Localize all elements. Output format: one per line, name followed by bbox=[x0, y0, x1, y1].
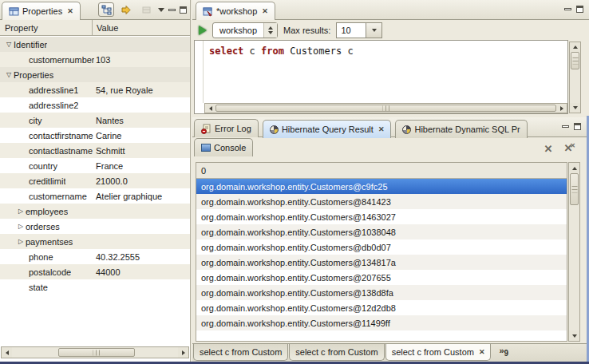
property-value[interactable]: Nantes bbox=[94, 116, 190, 125]
show-categories-button[interactable] bbox=[98, 2, 114, 17]
maximize-icon[interactable] bbox=[574, 123, 581, 130]
property-row[interactable]: state bbox=[0, 279, 190, 295]
property-row[interactable]: countryFrance bbox=[0, 158, 190, 173]
property-row[interactable]: contactfirstnameCarine bbox=[0, 128, 190, 143]
result-row[interactable]: org.domain.workshop.entity.Customers@12d… bbox=[196, 300, 567, 315]
tab-overflow-chevron[interactable]: »9 bbox=[491, 344, 512, 358]
property-row[interactable]: addressline154, rue Royale bbox=[0, 82, 190, 97]
property-row[interactable]: contactlastnameSchmitt bbox=[0, 143, 190, 158]
scroll-up-icon[interactable] bbox=[569, 163, 579, 173]
property-row[interactable]: ▷employees bbox=[0, 204, 190, 219]
minimize-icon[interactable] bbox=[562, 125, 569, 128]
results-column-header[interactable]: 0 bbox=[196, 163, 567, 179]
scrollbar-thumb[interactable] bbox=[570, 173, 579, 205]
scroll-down-icon[interactable] bbox=[569, 330, 579, 341]
property-row[interactable]: ▽Identifier bbox=[0, 37, 190, 52]
view-menu-icon[interactable] bbox=[158, 8, 164, 12]
property-value[interactable]: France bbox=[94, 161, 190, 171]
property-value[interactable]: 54, rue Royale bbox=[94, 85, 190, 95]
hql-toolbar: workshop Max results: 10 bbox=[192, 20, 589, 40]
column-header-value[interactable]: Value bbox=[92, 20, 190, 35]
property-row[interactable]: postalcode44000 bbox=[0, 264, 190, 279]
scroll-right-icon[interactable] bbox=[178, 347, 188, 358]
editor-horizontal-scrollbar[interactable] bbox=[204, 103, 567, 113]
property-row[interactable]: ▽Properties bbox=[0, 67, 190, 82]
collapsed-arrow-icon[interactable]: ▷ bbox=[16, 238, 26, 245]
close-icon[interactable]: ✕ bbox=[377, 125, 385, 133]
result-row[interactable]: org.domain.workshop.entity.Customers@841… bbox=[196, 194, 567, 209]
query-page-tab[interactable]: select c from Custom bbox=[193, 344, 288, 361]
hql-editor-icon bbox=[203, 6, 213, 17]
column-header-property[interactable]: Property bbox=[0, 23, 92, 33]
tab-hibernate-query-result[interactable]: Hibernate Query Result ✕ bbox=[263, 120, 392, 138]
editor-minmax bbox=[564, 6, 583, 13]
hibernate-icon bbox=[402, 125, 411, 134]
scroll-left-icon[interactable] bbox=[205, 104, 215, 113]
properties-horizontal-scrollbar[interactable] bbox=[1, 346, 189, 358]
maximize-icon[interactable] bbox=[576, 6, 583, 13]
result-row[interactable]: org.domain.workshop.entity.Customers@138… bbox=[196, 285, 567, 300]
property-row[interactable]: ▷paymentses bbox=[0, 234, 190, 249]
property-value[interactable]: Carine bbox=[94, 131, 190, 140]
scrollbar-thumb[interactable] bbox=[571, 52, 579, 69]
property-value[interactable]: Schmitt bbox=[94, 146, 190, 156]
editor-vertical-scrollbar[interactable] bbox=[569, 42, 581, 113]
show-advanced-properties-button[interactable] bbox=[118, 2, 134, 17]
property-value[interactable]: 40.32.2555 bbox=[94, 252, 190, 262]
property-value[interactable]: Atelier graphique bbox=[94, 192, 190, 201]
tab-error-log[interactable]: Error Log bbox=[194, 119, 259, 137]
result-row[interactable]: org.domain.workshop.entity.Customers@c9f… bbox=[196, 179, 567, 194]
tab-hibernate-dynamic-sql[interactable]: Hibernate Dynamic SQL Pr bbox=[395, 120, 527, 138]
expanded-arrow-icon[interactable]: ▽ bbox=[4, 71, 14, 78]
scroll-down-icon[interactable] bbox=[570, 103, 580, 113]
query-results-view: Error Log Hibernate Query Result ✕ Hiber… bbox=[192, 117, 587, 362]
property-row[interactable]: customernumber103 bbox=[0, 52, 190, 67]
spinner-icon[interactable] bbox=[263, 23, 277, 38]
result-row[interactable]: org.domain.workshop.entity.Customers@207… bbox=[196, 270, 567, 285]
collapsed-arrow-icon[interactable]: ▷ bbox=[16, 223, 26, 230]
expanded-arrow-icon[interactable]: ▽ bbox=[4, 41, 14, 48]
property-row[interactable]: cityNantes bbox=[0, 113, 190, 128]
remove-all-results-icon[interactable]: ✕✕ bbox=[563, 143, 575, 153]
restore-default-value-button[interactable] bbox=[138, 2, 154, 17]
run-query-icon[interactable] bbox=[199, 26, 207, 35]
property-row[interactable]: phone40.32.2555 bbox=[0, 249, 190, 264]
property-name: state bbox=[29, 283, 48, 292]
close-icon[interactable]: ✕ bbox=[477, 348, 485, 356]
minimize-icon[interactable] bbox=[564, 8, 571, 10]
minimize-icon[interactable] bbox=[168, 9, 176, 11]
tab-workshop-editor[interactable]: *workshop ✕ bbox=[196, 2, 275, 20]
property-value[interactable]: 44000 bbox=[94, 267, 190, 277]
property-row[interactable]: customernameAtelier graphique bbox=[0, 188, 190, 204]
max-results-dropdown-icon[interactable] bbox=[366, 22, 382, 38]
query-page-tab[interactable]: select c from Custom✕ bbox=[385, 344, 492, 361]
tab-console[interactable]: Console bbox=[194, 138, 253, 156]
tab-properties[interactable]: Properties ✕ bbox=[2, 2, 81, 20]
configuration-combo[interactable]: workshop bbox=[212, 22, 278, 38]
result-row[interactable]: org.domain.workshop.entity.Customers@134… bbox=[196, 255, 567, 270]
hql-code-editor[interactable]: select c from Customers c bbox=[194, 40, 568, 114]
close-icon[interactable]: ✕ bbox=[260, 7, 268, 15]
collapsed-arrow-icon[interactable]: ▷ bbox=[16, 208, 26, 215]
close-icon[interactable]: ✕ bbox=[65, 7, 73, 15]
result-row[interactable]: org.domain.workshop.entity.Customers@db0… bbox=[196, 239, 567, 255]
hql-query-text[interactable]: select c from Customers c bbox=[209, 46, 354, 57]
property-row[interactable]: ▷orderses bbox=[0, 219, 190, 234]
property-value[interactable]: 103 bbox=[94, 55, 190, 65]
max-results-input[interactable]: 10 bbox=[336, 22, 366, 38]
maximize-icon[interactable] bbox=[180, 6, 187, 14]
property-row[interactable]: addressline2 bbox=[0, 97, 190, 113]
property-row[interactable]: creditlimit21000.0 bbox=[0, 173, 190, 188]
scroll-right-icon[interactable] bbox=[556, 104, 567, 113]
property-value[interactable]: 21000.0 bbox=[94, 176, 190, 186]
scroll-left-icon[interactable] bbox=[2, 347, 12, 358]
result-row[interactable]: org.domain.workshop.entity.Customers@114… bbox=[196, 315, 567, 330]
scrollbar-thumb[interactable] bbox=[58, 348, 135, 357]
result-row[interactable]: org.domain.workshop.entity.Customers@146… bbox=[196, 209, 567, 224]
remove-result-icon[interactable]: ✕ bbox=[544, 144, 552, 154]
scrollbar-thumb[interactable] bbox=[215, 105, 556, 112]
result-row[interactable]: org.domain.workshop.entity.Customers@103… bbox=[196, 224, 567, 239]
results-vertical-scrollbar[interactable] bbox=[568, 162, 580, 342]
scroll-up-icon[interactable] bbox=[570, 42, 580, 52]
query-page-tab[interactable]: select c from Custom bbox=[289, 344, 384, 361]
